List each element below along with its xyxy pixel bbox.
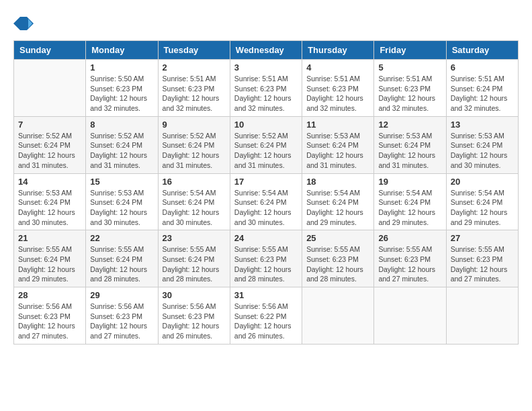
- day-number: 14: [18, 177, 81, 187]
- calendar-week-row: 1Sunrise: 5:50 AM Sunset: 6:23 PM Daylig…: [14, 60, 519, 117]
- day-info: Sunrise: 5:54 AM Sunset: 6:24 PM Dayligh…: [378, 188, 441, 228]
- day-info: Sunrise: 5:56 AM Sunset: 6:23 PM Dayligh…: [163, 302, 226, 341]
- calendar-cell: 15Sunrise: 5:53 AM Sunset: 6:24 PM Dayli…: [86, 173, 158, 230]
- calendar-cell: 5Sunrise: 5:51 AM Sunset: 6:23 PM Daylig…: [374, 60, 446, 117]
- calendar-cell: 23Sunrise: 5:55 AM Sunset: 6:24 PM Dayli…: [158, 230, 230, 287]
- day-number: 9: [163, 120, 226, 130]
- calendar-cell: 1Sunrise: 5:50 AM Sunset: 6:23 PM Daylig…: [86, 60, 158, 117]
- calendar-cell: 24Sunrise: 5:55 AM Sunset: 6:23 PM Dayli…: [230, 230, 302, 287]
- day-info: Sunrise: 5:53 AM Sunset: 6:24 PM Dayligh…: [18, 188, 81, 228]
- day-info: Sunrise: 5:55 AM Sunset: 6:24 PM Dayligh…: [90, 244, 153, 284]
- day-info: Sunrise: 5:53 AM Sunset: 6:24 PM Dayligh…: [378, 131, 441, 171]
- day-info: Sunrise: 5:51 AM Sunset: 6:23 PM Dayligh…: [234, 74, 298, 113]
- calendar-cell: 31Sunrise: 5:56 AM Sunset: 6:22 PM Dayli…: [230, 287, 302, 345]
- day-number: 30: [163, 290, 226, 300]
- day-number: 2: [163, 62, 226, 73]
- day-info: Sunrise: 5:54 AM Sunset: 6:24 PM Dayligh…: [234, 188, 298, 228]
- day-number: 19: [378, 177, 441, 187]
- calendar-cell: 26Sunrise: 5:55 AM Sunset: 6:23 PM Dayli…: [374, 230, 446, 287]
- calendar-cell: 14Sunrise: 5:53 AM Sunset: 6:24 PM Dayli…: [14, 173, 86, 230]
- day-number: 13: [451, 120, 514, 130]
- day-number: 23: [163, 233, 226, 243]
- calendar-cell: 12Sunrise: 5:53 AM Sunset: 6:24 PM Dayli…: [374, 116, 446, 173]
- day-number: 15: [90, 177, 153, 187]
- day-info: Sunrise: 5:55 AM Sunset: 6:24 PM Dayligh…: [163, 244, 226, 284]
- day-number: 28: [18, 290, 81, 300]
- header: [13, 13, 519, 34]
- calendar-cell: 27Sunrise: 5:55 AM Sunset: 6:23 PM Dayli…: [446, 230, 518, 287]
- calendar-cell: 13Sunrise: 5:53 AM Sunset: 6:24 PM Dayli…: [446, 116, 518, 173]
- calendar-cell: 30Sunrise: 5:56 AM Sunset: 6:23 PM Dayli…: [158, 287, 230, 345]
- day-number: 25: [306, 233, 369, 243]
- day-info: Sunrise: 5:51 AM Sunset: 6:23 PM Dayligh…: [378, 74, 441, 113]
- col-header-tuesday: Tuesday: [158, 41, 230, 60]
- day-number: 22: [90, 233, 153, 243]
- col-header-saturday: Saturday: [446, 41, 518, 60]
- calendar-cell: 20Sunrise: 5:54 AM Sunset: 6:24 PM Dayli…: [446, 173, 518, 230]
- day-number: 24: [234, 233, 298, 243]
- day-number: 6: [451, 62, 514, 73]
- day-info: Sunrise: 5:52 AM Sunset: 6:24 PM Dayligh…: [163, 131, 226, 171]
- day-info: Sunrise: 5:55 AM Sunset: 6:23 PM Dayligh…: [451, 244, 514, 284]
- day-info: Sunrise: 5:56 AM Sunset: 6:22 PM Dayligh…: [234, 302, 298, 341]
- calendar-week-row: 7Sunrise: 5:52 AM Sunset: 6:24 PM Daylig…: [14, 116, 519, 173]
- calendar-cell: 4Sunrise: 5:51 AM Sunset: 6:23 PM Daylig…: [302, 60, 374, 117]
- col-header-monday: Monday: [86, 41, 158, 60]
- day-info: Sunrise: 5:54 AM Sunset: 6:24 PM Dayligh…: [451, 188, 514, 228]
- calendar-cell: 25Sunrise: 5:55 AM Sunset: 6:23 PM Dayli…: [302, 230, 374, 287]
- calendar-cell: [14, 60, 86, 117]
- calendar-cell: 16Sunrise: 5:54 AM Sunset: 6:24 PM Dayli…: [158, 173, 230, 230]
- day-number: 21: [18, 233, 81, 243]
- day-info: Sunrise: 5:51 AM Sunset: 6:24 PM Dayligh…: [451, 74, 514, 113]
- calendar-cell: 28Sunrise: 5:56 AM Sunset: 6:23 PM Dayli…: [14, 287, 86, 345]
- day-info: Sunrise: 5:56 AM Sunset: 6:23 PM Dayligh…: [90, 302, 153, 341]
- day-info: Sunrise: 5:51 AM Sunset: 6:23 PM Dayligh…: [306, 74, 369, 113]
- calendar-cell: 19Sunrise: 5:54 AM Sunset: 6:24 PM Dayli…: [374, 173, 446, 230]
- calendar-header-row: SundayMondayTuesdayWednesdayThursdayFrid…: [14, 41, 519, 60]
- day-info: Sunrise: 5:52 AM Sunset: 6:24 PM Dayligh…: [234, 131, 298, 171]
- calendar-cell: 8Sunrise: 5:52 AM Sunset: 6:24 PM Daylig…: [86, 116, 158, 173]
- day-number: 11: [306, 120, 369, 130]
- day-number: 4: [306, 62, 369, 73]
- day-number: 5: [378, 62, 441, 73]
- calendar-week-row: 14Sunrise: 5:53 AM Sunset: 6:24 PM Dayli…: [14, 173, 519, 230]
- col-header-thursday: Thursday: [302, 41, 374, 60]
- col-header-friday: Friday: [374, 41, 446, 60]
- day-info: Sunrise: 5:53 AM Sunset: 6:24 PM Dayligh…: [451, 131, 514, 171]
- calendar-cell: 18Sunrise: 5:54 AM Sunset: 6:24 PM Dayli…: [302, 173, 374, 230]
- day-number: 17: [234, 177, 298, 187]
- calendar-cell: 7Sunrise: 5:52 AM Sunset: 6:24 PM Daylig…: [14, 116, 86, 173]
- day-info: Sunrise: 5:55 AM Sunset: 6:23 PM Dayligh…: [234, 244, 298, 284]
- day-info: Sunrise: 5:55 AM Sunset: 6:23 PM Dayligh…: [306, 244, 369, 284]
- day-info: Sunrise: 5:52 AM Sunset: 6:24 PM Dayligh…: [90, 131, 153, 171]
- day-number: 31: [234, 290, 298, 300]
- day-number: 8: [90, 120, 153, 130]
- logo-icon: [13, 13, 34, 34]
- calendar-cell: [374, 287, 446, 345]
- calendar-cell: 21Sunrise: 5:55 AM Sunset: 6:24 PM Dayli…: [14, 230, 86, 287]
- col-header-wednesday: Wednesday: [230, 41, 302, 60]
- day-number: 1: [90, 62, 153, 73]
- day-info: Sunrise: 5:56 AM Sunset: 6:23 PM Dayligh…: [18, 302, 81, 341]
- day-number: 3: [234, 62, 298, 73]
- day-info: Sunrise: 5:52 AM Sunset: 6:24 PM Dayligh…: [18, 131, 81, 171]
- day-number: 29: [90, 290, 153, 300]
- day-number: 27: [451, 233, 514, 243]
- calendar-cell: 10Sunrise: 5:52 AM Sunset: 6:24 PM Dayli…: [230, 116, 302, 173]
- calendar-cell: 2Sunrise: 5:51 AM Sunset: 6:23 PM Daylig…: [158, 60, 230, 117]
- calendar-cell: 17Sunrise: 5:54 AM Sunset: 6:24 PM Dayli…: [230, 173, 302, 230]
- day-number: 26: [378, 233, 441, 243]
- calendar-cell: 22Sunrise: 5:55 AM Sunset: 6:24 PM Dayli…: [86, 230, 158, 287]
- calendar-cell: [446, 287, 518, 345]
- day-info: Sunrise: 5:53 AM Sunset: 6:24 PM Dayligh…: [90, 188, 153, 228]
- day-info: Sunrise: 5:54 AM Sunset: 6:24 PM Dayligh…: [163, 188, 226, 228]
- logo: [13, 13, 35, 34]
- calendar-cell: 3Sunrise: 5:51 AM Sunset: 6:23 PM Daylig…: [230, 60, 302, 117]
- calendar-cell: 29Sunrise: 5:56 AM Sunset: 6:23 PM Dayli…: [86, 287, 158, 345]
- day-info: Sunrise: 5:54 AM Sunset: 6:24 PM Dayligh…: [306, 188, 369, 228]
- day-number: 20: [451, 177, 514, 187]
- col-header-sunday: Sunday: [14, 41, 86, 60]
- calendar-cell: 11Sunrise: 5:53 AM Sunset: 6:24 PM Dayli…: [302, 116, 374, 173]
- day-number: 16: [163, 177, 226, 187]
- calendar-week-row: 28Sunrise: 5:56 AM Sunset: 6:23 PM Dayli…: [14, 287, 519, 345]
